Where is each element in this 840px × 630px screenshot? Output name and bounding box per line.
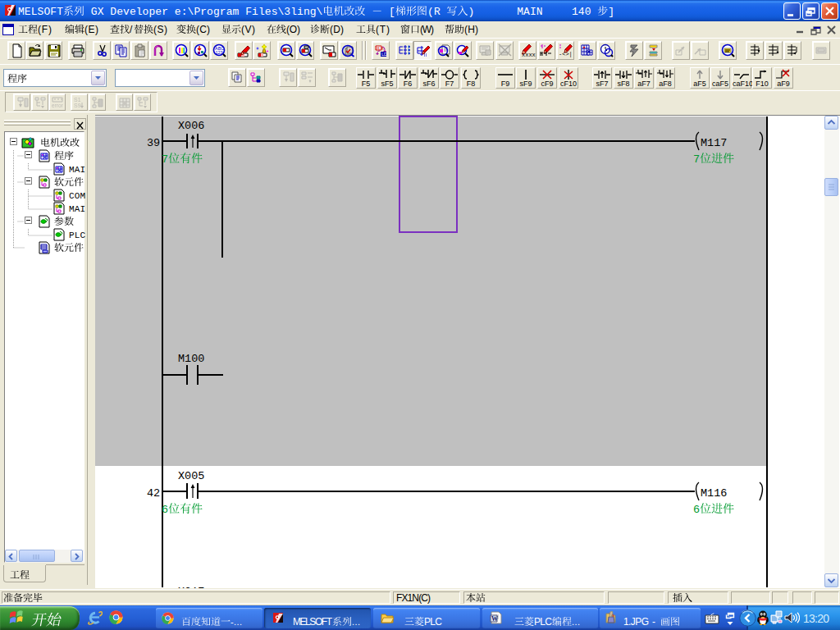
svg-text:-...: -... (231, 617, 242, 627)
svg-text:(R: (R (427, 6, 441, 18)
svg-text:]: ] (608, 6, 614, 18)
svg-text:7: 7 (693, 153, 700, 166)
svg-text:(H): (H) (464, 24, 478, 35)
svg-text:(O): (O) (286, 24, 300, 35)
svg-text:-: - (652, 616, 655, 628)
svg-text:(V): (V) (241, 24, 255, 35)
svg-text:M116: M116 (701, 487, 727, 500)
svg-text:): ) (468, 6, 475, 18)
svg-text:/: / (130, 24, 133, 35)
svg-text:LD: LD (381, 52, 387, 57)
svg-text:H H: H H (377, 46, 384, 51)
svg-text:X006: X006 (178, 120, 204, 132)
svg-text:...: ... (352, 617, 360, 627)
svg-text:MAIN: MAIN (517, 6, 542, 18)
svg-text:13:20: 13:20 (803, 612, 829, 625)
svg-text:FX1N(C): FX1N(C) (396, 592, 431, 604)
svg-text:X005: X005 (178, 470, 204, 482)
svg-text:GX Developer e:\Program Files\: GX Developer e:\Program Files\3ling\ (91, 6, 323, 18)
svg-text:PLC: PLC (424, 616, 442, 628)
svg-text:X017: X017 (178, 586, 204, 588)
svg-text:(T): (T) (376, 24, 390, 35)
svg-text:...: ... (572, 617, 580, 627)
svg-text:M100: M100 (178, 353, 204, 365)
svg-text:W: W (491, 615, 498, 623)
svg-text:42: 42 (147, 487, 160, 500)
svg-text:6: 6 (693, 504, 700, 516)
svg-text:MELSOFT: MELSOFT (293, 616, 333, 628)
svg-text:7: 7 (162, 153, 168, 166)
svg-text:xxxx: xxxx (522, 52, 536, 58)
svg-text:[: [ (389, 6, 395, 18)
svg-text:140: 140 (572, 6, 591, 18)
svg-text:1.JPG: 1.JPG (623, 616, 649, 628)
svg-text:(W): (W) (420, 24, 434, 35)
svg-text:-<>|: -<>| (559, 51, 573, 57)
svg-text:39: 39 (147, 137, 160, 149)
svg-text:(C): (C) (196, 24, 210, 35)
svg-text:M117: M117 (701, 137, 727, 149)
svg-text:PLC: PLC (534, 616, 552, 628)
svg-text:6: 6 (162, 504, 168, 516)
svg-text:123: 123 (216, 50, 223, 55)
svg-text:(S): (S) (153, 24, 167, 35)
svg-text:(D): (D) (330, 24, 344, 35)
